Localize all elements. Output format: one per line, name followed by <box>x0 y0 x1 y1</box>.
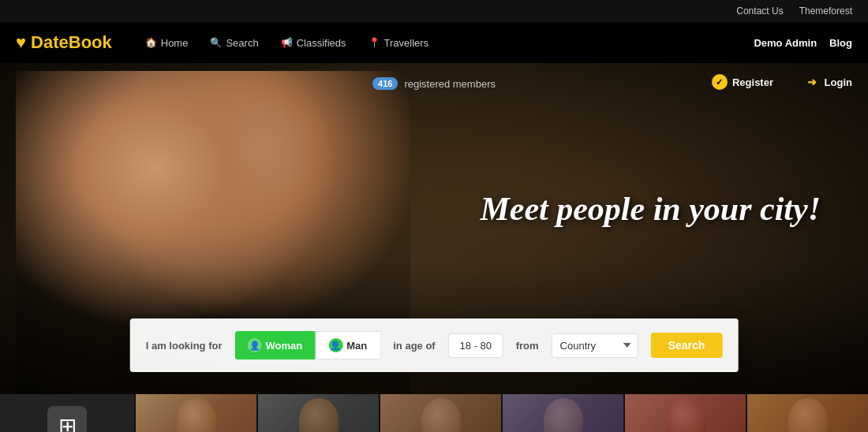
man-button[interactable]: 👤 Man <box>315 331 380 359</box>
thumbnail-1[interactable]: 💬 1 📷 0 <box>136 394 256 432</box>
contact-us-link[interactable]: Contact Us <box>736 6 783 17</box>
members-count: 416 <box>372 77 398 90</box>
thumbnails-row: ⊞ 💬 1 📷 0 💬 0 📷 0 <box>0 394 868 432</box>
thumbnail-3[interactable]: 💬 1 📷 0 <box>380 394 501 432</box>
woman-button[interactable]: 👤 Woman <box>235 331 316 359</box>
thumb-person-1 <box>177 398 216 432</box>
blog-link[interactable]: Blog <box>829 37 852 49</box>
add-icon: ⊞ <box>47 406 87 432</box>
looking-for-label: I am looking for <box>146 340 223 352</box>
add-photo-button[interactable]: ⊞ <box>0 394 134 432</box>
thumbnail-2[interactable]: 💬 0 📷 0 <box>258 394 379 432</box>
age-label: in age of <box>393 340 435 352</box>
travellers-icon: 📍 <box>369 37 380 48</box>
nav-home[interactable]: 🏠 Home <box>136 32 198 54</box>
thumbnail-4[interactable]: 💬 0 📷 0 <box>503 394 623 432</box>
thumbnail-5[interactable]: 💬 1 📷 2 <box>625 394 746 432</box>
classifieds-icon: 📢 <box>281 37 293 48</box>
hero-headline: Meet people in your city! <box>480 189 821 229</box>
navbar: ♥ DateBook 🏠 Home 🔍 Search 📢 Classifieds… <box>0 22 868 63</box>
themeforest-link[interactable]: Themeforest <box>799 6 852 17</box>
register-button-top[interactable]: ✓ Register <box>712 74 773 90</box>
thumb-bg-3 <box>380 394 501 432</box>
logo-text: DateBook <box>31 32 112 53</box>
hero-content: Meet people in your city! <box>480 126 821 229</box>
thumb-bg-1 <box>136 394 256 432</box>
members-text: registered members <box>404 78 496 90</box>
from-label: from <box>516 340 539 352</box>
thumb-bg-5 <box>625 394 746 432</box>
hero-section: 416 registered members ✓ Register ➜ Logi… <box>0 63 868 394</box>
login-icon: ➜ <box>804 74 820 90</box>
woman-icon: 👤 <box>248 338 262 352</box>
login-button-top[interactable]: ➜ Login <box>804 74 852 90</box>
demo-admin-link[interactable]: Demo Admin <box>754 37 817 49</box>
thumb-person-4 <box>544 398 583 432</box>
age-input[interactable] <box>448 333 503 358</box>
logo-heart-icon: ♥ <box>16 32 26 53</box>
thumb-person-2 <box>299 398 339 432</box>
nav-search[interactable]: 🔍 Search <box>200 32 268 54</box>
nav-right: Demo Admin Blog <box>754 37 852 49</box>
home-icon: 🏠 <box>145 37 157 48</box>
thumb-bg-6 <box>747 394 868 432</box>
nav-travellers[interactable]: 📍 Travellers <box>359 32 439 54</box>
logo[interactable]: ♥ DateBook <box>16 32 112 53</box>
nav-links: 🏠 Home 🔍 Search 📢 Classifieds 📍 Travelle… <box>136 32 754 54</box>
gender-buttons: 👤 Woman 👤 Man <box>235 331 381 359</box>
register-icon: ✓ <box>712 74 728 90</box>
thumb-bg-2 <box>258 394 379 432</box>
search-button[interactable]: Search <box>651 333 723 358</box>
thumbnail-6[interactable]: 💬 0 📷 0 <box>747 394 868 432</box>
nav-classifieds[interactable]: 📢 Classifieds <box>271 32 356 54</box>
thumb-person-6 <box>788 398 828 432</box>
thumb-person-5 <box>666 398 705 432</box>
man-icon: 👤 <box>328 338 342 352</box>
search-form: I am looking for 👤 Woman 👤 Man in age of… <box>130 318 739 372</box>
thumb-bg-4 <box>503 394 623 432</box>
country-select[interactable]: Country United States United Kingdom Can… <box>552 333 638 358</box>
search-nav-icon: 🔍 <box>210 37 222 48</box>
top-bar: Contact Us Themeforest <box>0 0 868 22</box>
members-badge: 416 registered members <box>372 77 496 90</box>
thumb-person-3 <box>421 398 461 432</box>
